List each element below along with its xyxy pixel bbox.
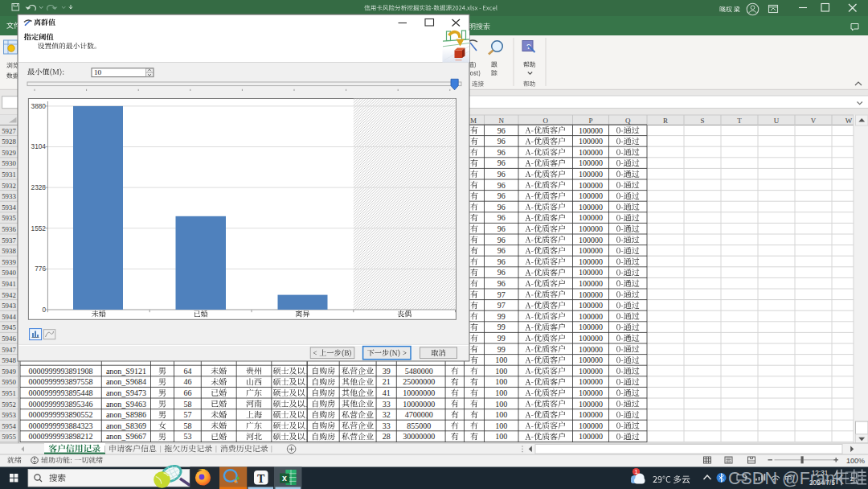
- svg-text:anon_S9667: anon_S9667: [106, 432, 146, 441]
- svg-text:33: 33: [383, 400, 391, 409]
- svg-text:96: 96: [497, 268, 506, 277]
- svg-text:x: x: [282, 473, 287, 483]
- svg-text:100000: 100000: [579, 367, 603, 376]
- svg-text:57: 57: [183, 410, 191, 419]
- svg-text:N: N: [499, 117, 505, 125]
- svg-text:96: 96: [497, 181, 506, 190]
- svg-text:100000: 100000: [579, 126, 603, 135]
- svg-text:39: 39: [383, 367, 391, 376]
- svg-text:5946: 5946: [2, 335, 16, 343]
- svg-text:96: 96: [497, 236, 506, 244]
- svg-text:99: 99: [497, 334, 506, 343]
- svg-text:96: 96: [497, 158, 506, 167]
- svg-text:100000: 100000: [579, 268, 603, 277]
- svg-text:P: P: [588, 117, 592, 125]
- svg-text:58: 58: [183, 400, 191, 409]
- svg-text:30000000: 30000000: [403, 432, 435, 441]
- svg-text:5930: 5930: [2, 159, 16, 167]
- svg-text:5942: 5942: [2, 291, 16, 299]
- svg-text:96: 96: [497, 203, 506, 212]
- svg-text:5939: 5939: [2, 258, 16, 266]
- svg-text:5929: 5929: [2, 149, 16, 157]
- svg-text:100000: 100000: [579, 158, 603, 167]
- svg-text:1552: 1552: [31, 224, 47, 232]
- svg-text:100000: 100000: [579, 279, 603, 288]
- svg-text:100: 100: [495, 367, 507, 376]
- svg-text:96: 96: [497, 246, 506, 255]
- svg-text:100000: 100000: [579, 388, 603, 397]
- svg-text:5935: 5935: [2, 214, 16, 222]
- svg-text:28: 28: [383, 432, 391, 441]
- svg-text:U: U: [774, 117, 780, 125]
- svg-text:M: M: [470, 117, 477, 125]
- svg-text:0000999993891908: 0000999993891908: [29, 367, 93, 376]
- svg-text:100: 100: [495, 355, 507, 364]
- svg-text:99: 99: [497, 345, 506, 354]
- svg-text:32: 32: [383, 410, 391, 419]
- svg-text:100000: 100000: [579, 323, 603, 331]
- svg-text:100: 100: [495, 421, 507, 430]
- svg-text:100: 100: [495, 388, 507, 397]
- svg-text:5940: 5940: [2, 269, 16, 277]
- svg-text:5934: 5934: [2, 203, 16, 212]
- svg-text:41: 41: [383, 388, 391, 397]
- svg-text:100000: 100000: [579, 400, 603, 409]
- svg-text:99: 99: [497, 312, 506, 321]
- svg-text:5945: 5945: [2, 323, 16, 331]
- svg-text:S: S: [700, 117, 704, 125]
- svg-text:CSDN @Frank: CSDN @Frank: [728, 469, 844, 488]
- svg-text:100: 100: [495, 410, 507, 419]
- svg-text:100: 100: [495, 432, 507, 441]
- svg-text:O: O: [543, 117, 549, 125]
- svg-text:100: 100: [495, 400, 507, 409]
- svg-text:Q: Q: [625, 117, 631, 125]
- svg-text:100000: 100000: [579, 191, 603, 200]
- svg-text:100000: 100000: [579, 432, 603, 441]
- svg-text:99: 99: [497, 323, 506, 331]
- svg-text:100000: 100000: [579, 137, 603, 146]
- svg-text:5932: 5932: [2, 182, 16, 190]
- svg-text:855000: 855000: [407, 421, 431, 430]
- svg-text:anon_S8986: anon_S8986: [106, 410, 146, 419]
- svg-text:5938: 5938: [2, 247, 16, 255]
- svg-text:100000: 100000: [579, 257, 603, 266]
- svg-text:46: 46: [183, 377, 191, 386]
- svg-text:5952: 5952: [2, 401, 16, 409]
- svg-text:58: 58: [183, 421, 191, 430]
- svg-text:5948: 5948: [2, 356, 16, 364]
- svg-text:5931: 5931: [2, 171, 16, 179]
- svg-text:33: 33: [383, 421, 391, 430]
- svg-text:5954: 5954: [2, 422, 16, 430]
- svg-text:25000000: 25000000: [403, 377, 435, 386]
- svg-text:0000999993897558: 0000999993897558: [29, 377, 93, 386]
- svg-text:100000: 100000: [579, 355, 603, 364]
- svg-text:97: 97: [497, 301, 506, 310]
- svg-text:100000: 100000: [579, 181, 603, 190]
- svg-text:3104: 3104: [31, 142, 47, 150]
- svg-text:100000: 100000: [579, 170, 603, 179]
- svg-text:5950: 5950: [2, 378, 16, 386]
- svg-text:96: 96: [497, 137, 506, 146]
- svg-text:0000999993895448: 0000999993895448: [29, 388, 93, 397]
- svg-text:96: 96: [497, 257, 506, 266]
- svg-text:100000: 100000: [579, 421, 603, 430]
- svg-text:5943: 5943: [2, 302, 16, 310]
- svg-text:2328: 2328: [31, 183, 47, 191]
- svg-text:96: 96: [497, 170, 506, 179]
- svg-text:100000: 100000: [579, 377, 603, 386]
- svg-text:100000: 100000: [579, 345, 603, 354]
- svg-text:21: 21: [383, 377, 391, 386]
- svg-text:96: 96: [497, 279, 506, 288]
- svg-text:5955: 5955: [2, 433, 16, 441]
- svg-text:10000000: 10000000: [403, 388, 435, 397]
- svg-text:anon_S9121: anon_S9121: [106, 367, 146, 376]
- svg-text:100000: 100000: [579, 312, 603, 321]
- svg-text:100000: 100000: [579, 236, 603, 244]
- svg-text:anon_S9684: anon_S9684: [106, 377, 146, 386]
- svg-text:T: T: [737, 117, 742, 125]
- svg-text:96: 96: [497, 224, 506, 233]
- svg-text:776: 776: [35, 265, 46, 273]
- svg-text:100000: 100000: [579, 148, 603, 157]
- svg-text:3880: 3880: [31, 102, 47, 110]
- svg-text:100000: 100000: [579, 224, 603, 233]
